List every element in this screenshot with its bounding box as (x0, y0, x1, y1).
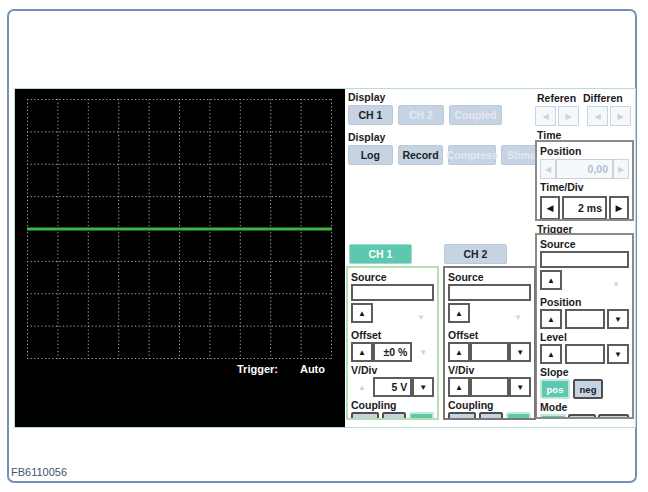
figure-code: FB6110056 (11, 466, 67, 478)
ch2-ac-button[interactable]: AC (479, 412, 504, 420)
ch2-vdiv-down-button[interactable]: ▼ (509, 377, 531, 397)
trigger-slope-label: Slope (540, 366, 629, 378)
display-ch1-button[interactable]: CH 1 (348, 105, 393, 125)
mode-single-button[interactable]: Single (598, 414, 629, 419)
ch2-gnd-button[interactable]: GND (448, 412, 476, 420)
scope-grid (27, 99, 332, 359)
trigger-source-up-button[interactable]: ▲ (540, 270, 562, 290)
reference-label: Referen (535, 92, 583, 104)
time-position-row: ◀ 0,00 ▶ (540, 159, 629, 179)
ch1-offset-row: ▲ ±0 % ▼ (351, 342, 434, 362)
slope-neg-button[interactable]: neg (573, 379, 603, 399)
ch1-offset-label: Offset (351, 329, 434, 341)
ch1-vdiv-label: V/Div (351, 364, 434, 376)
difference-label: Differen (583, 92, 623, 104)
timediv-increase-button[interactable]: ▶ (609, 196, 629, 220)
ch2-vdiv-label: V/Div (448, 364, 531, 376)
trigger-source-field[interactable] (540, 251, 629, 268)
ch2-source-field[interactable] (448, 284, 531, 301)
down-arrow-icon: ▼ (614, 350, 622, 359)
ch1-source-field[interactable] (351, 284, 434, 301)
trigger-level-up-button[interactable]: ▲ (540, 344, 562, 364)
timediv-label: Time/Div (540, 181, 629, 193)
ch1-gnd-button[interactable]: GND (351, 412, 379, 420)
ch2-dc-button[interactable]: DC (506, 412, 531, 420)
time-position-field: 0,00 (556, 159, 613, 179)
time-panel: Position ◀ 0,00 ▶ Time/Div ◀ 2 ms ▶ (535, 140, 634, 221)
ch1-source-up-button[interactable]: ▲ (351, 303, 373, 323)
up-arrow-icon: ▲ (455, 348, 463, 357)
slope-pos-button[interactable]: pos (540, 379, 570, 399)
ch1-vdiv-row: ▲ 5 V ▼ (351, 377, 434, 397)
ch2-select-button[interactable]: CH 2 (444, 244, 507, 264)
trigger-position-field[interactable] (565, 309, 605, 329)
ch1-select-button[interactable]: CH 1 (349, 244, 412, 264)
trigger-position-down-button[interactable]: ▼ (607, 309, 629, 329)
ch1-vdiv-field[interactable]: 5 V (373, 377, 413, 397)
ch1-dc-button[interactable]: DC (409, 412, 434, 420)
display-channel-row: CH 1 CH 2 Coupled (348, 105, 548, 125)
trigger-position-up-button[interactable]: ▲ (540, 309, 562, 329)
ch1-panel: Source ▲ ▼ Offset ▲ ±0 % ▼ V/Div ▲ 5 V ▼… (346, 266, 439, 420)
ch2-offset-row: ▲ ▼ (448, 342, 531, 362)
refdiff-section: Referen Differen ◀ ▶ ◀ ▶ (535, 92, 634, 126)
ch1-vdiv-up-button: ▲ (351, 377, 373, 397)
trigger-source-row: ▲ ▼ (540, 270, 629, 294)
mode-norm-button[interactable]: Norm (568, 414, 597, 419)
timediv-row: ◀ 2 ms ▶ (540, 196, 629, 220)
ch1-source-label: Source (351, 271, 434, 283)
difference-prev-button: ◀ (587, 106, 608, 126)
ch2-source-up-button[interactable]: ▲ (448, 303, 470, 323)
ch1-offset-down-button: ▼ (412, 342, 434, 362)
ch2-offset-up-button[interactable]: ▲ (448, 342, 470, 362)
ch2-source-label: Source (448, 271, 531, 283)
down-arrow-icon: ▼ (417, 313, 425, 322)
trigger-level-down-button[interactable]: ▼ (607, 344, 629, 364)
up-arrow-icon: ▲ (358, 348, 366, 357)
left-arrow-icon: ◀ (594, 112, 600, 121)
reference-next-button: ▶ (558, 106, 579, 126)
down-arrow-icon: ▼ (419, 383, 427, 392)
ch2-vdiv-field[interactable] (470, 377, 510, 397)
trigger-level-field[interactable] (565, 344, 605, 364)
ch2-offset-down-button[interactable]: ▼ (509, 342, 531, 362)
ch2-coupling-row: GND AC DC (448, 412, 531, 420)
display-channels-label: Display (348, 90, 548, 103)
ch1-offset-up-button[interactable]: ▲ (351, 342, 373, 362)
display-section: Display CH 1 CH 2 Coupled Display Log Re… (348, 90, 548, 165)
ch2-source-row: ▲ ▼ (448, 303, 531, 327)
display-ch2-button: CH 2 (398, 105, 444, 125)
down-arrow-icon: ▼ (419, 348, 427, 357)
trigger-mode-label: Mode (540, 401, 629, 413)
display-record-button[interactable]: Record (398, 145, 444, 165)
down-arrow-icon: ▼ (612, 280, 620, 289)
trigger-status-value: Auto (300, 363, 325, 375)
time-position-next-button: ▶ (613, 159, 629, 179)
trigger-panel: Source ▲ ▼ Position ▲ ▼ Level ▲ ▼ Slope … (535, 233, 634, 419)
ch2-vdiv-row: ▲ ▼ (448, 377, 531, 397)
ch1-vdiv-down-button[interactable]: ▼ (412, 377, 434, 397)
right-arrow-icon: ▶ (616, 203, 623, 213)
left-arrow-icon: ◀ (547, 203, 554, 213)
ch1-ac-button[interactable]: AC (382, 412, 407, 420)
display-log-button[interactable]: Log (348, 145, 393, 165)
ch1-source-down-button: ▼ (410, 307, 432, 327)
timediv-decrease-button[interactable]: ◀ (540, 196, 560, 220)
mode-auto-button[interactable]: Auto (540, 414, 566, 419)
ch1-offset-field[interactable]: ±0 % (373, 342, 413, 362)
up-arrow-icon: ▲ (547, 350, 555, 359)
scope-display: Trigger: Auto (15, 89, 345, 427)
display-modes-label: Display (348, 130, 548, 143)
trigger-mode-row: Auto Norm Single (540, 414, 629, 419)
reference-prev-button: ◀ (535, 106, 556, 126)
display-mode-row: Log Record Compress Stimuli (348, 145, 548, 165)
up-arrow-icon: ▲ (455, 309, 463, 318)
ch2-offset-field[interactable] (470, 342, 510, 362)
timediv-field[interactable]: 2 ms (562, 196, 607, 220)
trigger-source-down-button: ▼ (605, 274, 627, 294)
up-arrow-icon: ▲ (455, 383, 463, 392)
ch2-vdiv-up-button[interactable]: ▲ (448, 377, 470, 397)
right-arrow-icon: ▶ (618, 165, 624, 174)
trigger-source-label: Source (540, 238, 629, 250)
ch2-offset-label: Offset (448, 329, 531, 341)
